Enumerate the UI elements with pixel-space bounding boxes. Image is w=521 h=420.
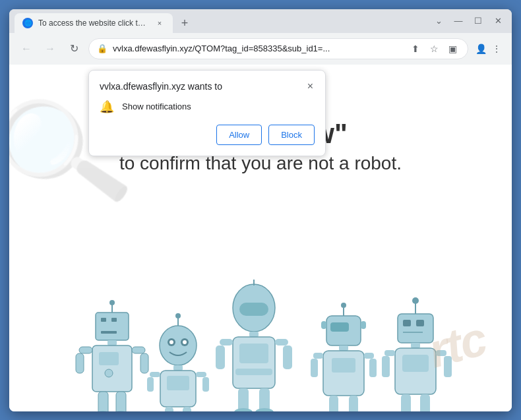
svg-rect-14 (98, 392, 108, 411)
profile-icon[interactable]: 👤 (474, 42, 488, 56)
svg-rect-8 (99, 352, 119, 365)
svg-rect-33 (183, 407, 191, 411)
robots-illustration (9, 187, 512, 411)
svg-point-18 (160, 326, 197, 365)
svg-rect-37 (239, 303, 268, 316)
popup-close-button[interactable]: × (306, 81, 315, 92)
page-content: vvlxa.dfewasflyin.xyz wants to × 🔔 Show … (9, 65, 512, 411)
popup-title: vvlxa.dfewasflyin.xyz wants to (100, 81, 222, 92)
svg-rect-54 (321, 321, 326, 329)
notification-popup: vvlxa.dfewasflyin.xyz wants to × 🔔 Show … (88, 70, 326, 156)
svg-rect-53 (330, 322, 349, 332)
allow-button[interactable]: Allow (216, 125, 262, 145)
notification-label: Show notifications (122, 102, 191, 111)
lock-icon: 🔒 (97, 44, 107, 53)
svg-rect-63 (364, 353, 374, 359)
svg-rect-77 (402, 355, 429, 372)
browser-window: 🌐 To access the website click the "A × +… (9, 9, 512, 411)
block-button[interactable]: Block (268, 125, 315, 145)
toolbar-icons: 👤 ⋮ (474, 42, 504, 56)
svg-rect-15 (116, 392, 126, 411)
address-bar[interactable]: 🔒 vvlxa.dfewasflyin.xyz/QTOM?tag_id=8583… (88, 38, 468, 59)
svg-rect-29 (147, 377, 154, 392)
svg-point-57 (341, 303, 346, 308)
svg-point-5 (109, 300, 115, 305)
bookmark-icon[interactable]: ☆ (427, 42, 441, 56)
svg-rect-80 (436, 350, 446, 356)
svg-rect-46 (275, 339, 288, 345)
svg-rect-71 (416, 320, 424, 326)
svg-rect-59 (323, 351, 364, 396)
svg-point-22 (183, 340, 187, 344)
svg-rect-6 (107, 340, 117, 345)
split-view-icon[interactable]: ▣ (445, 42, 460, 56)
address-right-icons: ⬆ ☆ ▣ (408, 42, 460, 56)
svg-rect-60 (332, 358, 355, 373)
svg-rect-69 (398, 314, 433, 343)
svg-rect-55 (361, 321, 366, 329)
share-icon[interactable]: ⬆ (408, 42, 423, 56)
new-tab-button[interactable]: + (175, 15, 194, 33)
popup-header: vvlxa.dfewasflyin.xyz wants to × (100, 81, 315, 92)
tab-close-button[interactable]: × (154, 18, 165, 28)
svg-rect-66 (349, 396, 358, 411)
window-controls: ⌄ — ☐ ✕ (430, 13, 506, 30)
address-bar-row: ← → ↻ 🔒 vvlxa.dfewasflyin.xyz/QTOM?tag_i… (9, 33, 512, 65)
menu-icon[interactable]: ⋮ (489, 42, 504, 56)
svg-point-9 (105, 369, 113, 377)
svg-rect-48 (238, 388, 249, 411)
svg-rect-45 (216, 345, 225, 369)
svg-rect-25 (173, 365, 183, 371)
svg-rect-31 (202, 377, 209, 392)
svg-rect-78 (384, 350, 395, 356)
svg-point-21 (169, 340, 173, 344)
svg-rect-27 (167, 376, 189, 390)
robots-svg (69, 280, 452, 411)
svg-rect-43 (235, 369, 272, 375)
svg-rect-32 (165, 407, 173, 411)
confirm-heading: to confirm that you are not a robot. (119, 153, 402, 174)
minimize-button[interactable]: — (450, 13, 467, 30)
svg-rect-10 (79, 347, 92, 353)
svg-rect-58 (339, 345, 348, 351)
svg-rect-11 (76, 353, 84, 373)
back-button[interactable]: ← (17, 40, 36, 58)
svg-rect-83 (420, 394, 430, 411)
svg-rect-49 (259, 388, 270, 411)
close-window-button[interactable]: ✕ (489, 13, 506, 30)
url-text: vvlxa.dfewasflyin.xyz/QTOM?tag_id=858335… (113, 44, 403, 53)
svg-rect-65 (329, 396, 338, 411)
tab-title: To access the website click the "A (38, 18, 149, 28)
svg-rect-2 (111, 318, 117, 322)
svg-rect-81 (444, 356, 452, 377)
svg-rect-1 (101, 318, 106, 322)
svg-rect-13 (140, 353, 148, 373)
tab-bar: 🌐 To access the website click the "A × + (15, 9, 430, 33)
maximize-button[interactable]: ☐ (470, 13, 487, 30)
svg-point-50 (234, 408, 253, 411)
svg-rect-79 (382, 356, 390, 377)
svg-rect-40 (249, 332, 259, 337)
popup-buttons: Allow Block (100, 125, 315, 145)
tab-favicon: 🌐 (22, 18, 33, 28)
svg-rect-3 (101, 331, 117, 334)
svg-point-24 (175, 313, 181, 318)
chevron-down-button[interactable]: ⌄ (430, 13, 447, 30)
title-bar: 🌐 To access the website click the "A × +… (9, 9, 512, 33)
svg-rect-62 (311, 359, 318, 377)
svg-rect-0 (96, 313, 129, 340)
svg-point-74 (412, 297, 419, 304)
refresh-button[interactable]: ↻ (65, 40, 83, 58)
active-tab[interactable]: 🌐 To access the website click the "A × (15, 13, 173, 33)
svg-rect-61 (313, 353, 323, 359)
svg-rect-28 (150, 372, 160, 377)
svg-rect-30 (196, 372, 206, 377)
forward-button[interactable]: → (41, 40, 59, 58)
svg-rect-82 (401, 394, 411, 411)
bell-icon: 🔔 (100, 100, 114, 114)
svg-rect-12 (132, 347, 145, 353)
svg-rect-42 (239, 344, 268, 363)
svg-rect-64 (369, 359, 377, 377)
svg-rect-75 (411, 343, 420, 348)
svg-point-51 (255, 408, 274, 411)
